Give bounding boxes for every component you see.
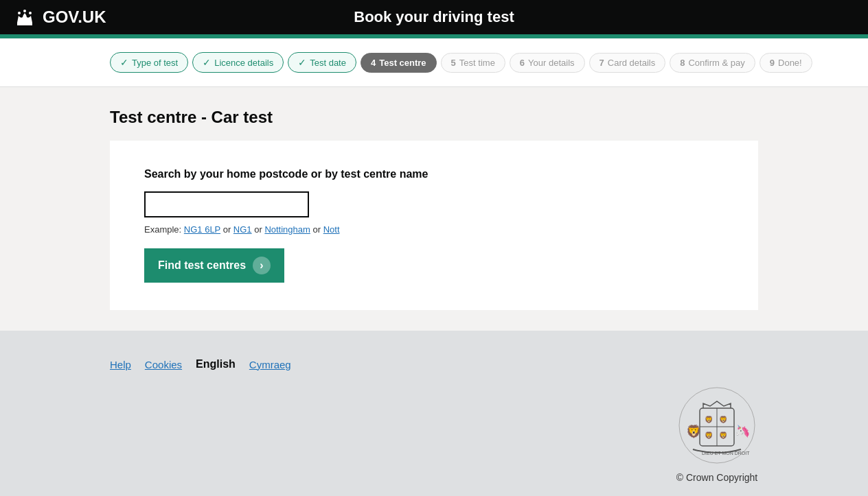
arrow-right-icon: › [253, 257, 271, 274]
example-link-2[interactable]: NG1 [233, 224, 252, 235]
step-5-label: Test time [459, 58, 495, 68]
svg-text:🦁: 🦁 [719, 431, 728, 440]
step-2-label: Licence details [214, 58, 273, 68]
step-test-time[interactable]: 5 Test time [441, 53, 505, 73]
example-link-1[interactable]: NG1 6LP [184, 224, 220, 235]
step-5-num: 5 [451, 58, 456, 68]
crown-copyright-logo: 🦁 🦁 🦁 🦁 🦁 🦄 DIEU ET MON DROIT [676, 384, 758, 467]
footer-link-help[interactable]: Help [110, 359, 131, 370]
svg-point-2 [23, 10, 26, 12]
search-input[interactable] [144, 191, 309, 217]
page-title: Test centre - Car test [110, 108, 758, 127]
example-link-4[interactable]: Nott [323, 224, 340, 235]
step-1-label: Type of test [132, 58, 178, 68]
header-title: Book your driving test [354, 8, 514, 26]
step-7-label: Card details [608, 58, 655, 68]
footer-link-cymraeg[interactable]: Cymraeg [249, 359, 291, 370]
main-content: Test centre - Car test Search by your ho… [0, 87, 868, 331]
step-test-date[interactable]: ✓ Test date [288, 52, 356, 73]
svg-text:🦁: 🦁 [705, 415, 713, 424]
stepper: ✓ Type of test ✓ Licence details ✓ Test … [110, 52, 758, 73]
step-7-num: 7 [599, 58, 604, 68]
svg-text:DIEU ET MON DROIT: DIEU ET MON DROIT [702, 451, 750, 456]
find-btn-label: Find test centres [158, 259, 246, 272]
step-test-centre[interactable]: 4 Test centre [361, 53, 437, 73]
step-9-num: 9 [770, 58, 775, 68]
step-6-num: 6 [520, 58, 525, 68]
search-card: Search by your home postcode or by test … [110, 141, 758, 310]
svg-text:🦁: 🦁 [686, 424, 702, 439]
svg-point-3 [29, 12, 32, 14]
svg-text:🦁: 🦁 [719, 415, 728, 424]
step-6-label: Your details [528, 58, 574, 68]
example-text: Example: NG1 6LP or NG1 or Nottingham or… [144, 224, 724, 235]
svg-point-1 [18, 12, 21, 14]
step-8-label: Confirm & pay [688, 58, 744, 68]
footer-bottom: 🦁 🦁 🦁 🦁 🦁 🦄 DIEU ET MON DROIT © Crown Co… [110, 384, 758, 483]
step-8-num: 8 [680, 58, 685, 68]
svg-text:🦁: 🦁 [705, 431, 713, 440]
step-confirm-pay[interactable]: 8 Confirm & pay [670, 53, 755, 73]
logo-text: GOV.UK [43, 8, 106, 27]
footer: Help Cookies English Cymraeg 🦁 🦁 🦁 🦁 [0, 331, 868, 496]
step-card-details[interactable]: 7 Card details [589, 53, 666, 73]
copyright-text: © Crown Copyright [676, 472, 757, 483]
gov-uk-logo[interactable]: GOV.UK [14, 8, 106, 27]
check-icon-1: ✓ [120, 57, 128, 68]
header: GOV.UK Book your driving test [0, 0, 868, 34]
svg-rect-0 [17, 23, 32, 25]
crown-copyright: 🦁 🦁 🦁 🦁 🦁 🦄 DIEU ET MON DROIT © Crown Co… [676, 384, 758, 483]
find-test-centres-button[interactable]: Find test centres › [144, 248, 284, 283]
step-3-label: Test date [310, 58, 346, 68]
check-icon-3: ✓ [298, 57, 306, 68]
example-link-3[interactable]: Nottingham [264, 224, 310, 235]
stepper-container: ✓ Type of test ✓ Licence details ✓ Test … [0, 38, 868, 87]
step-4-num: 4 [371, 58, 376, 68]
search-label: Search by your home postcode or by test … [144, 168, 724, 180]
crown-icon [14, 8, 36, 27]
step-4-label: Test centre [379, 58, 426, 68]
step-9-label: Done! [778, 58, 802, 68]
footer-lang-english: English [196, 358, 236, 370]
footer-link-cookies[interactable]: Cookies [145, 359, 182, 370]
step-licence-details[interactable]: ✓ Licence details [192, 52, 284, 73]
check-icon-2: ✓ [203, 57, 211, 68]
step-type-of-test[interactable]: ✓ Type of test [110, 52, 188, 73]
svg-text:🦄: 🦄 [735, 424, 751, 439]
step-done[interactable]: 9 Done! [760, 53, 812, 73]
footer-links: Help Cookies English Cymraeg [110, 358, 758, 370]
step-your-details[interactable]: 6 Your details [510, 53, 585, 73]
